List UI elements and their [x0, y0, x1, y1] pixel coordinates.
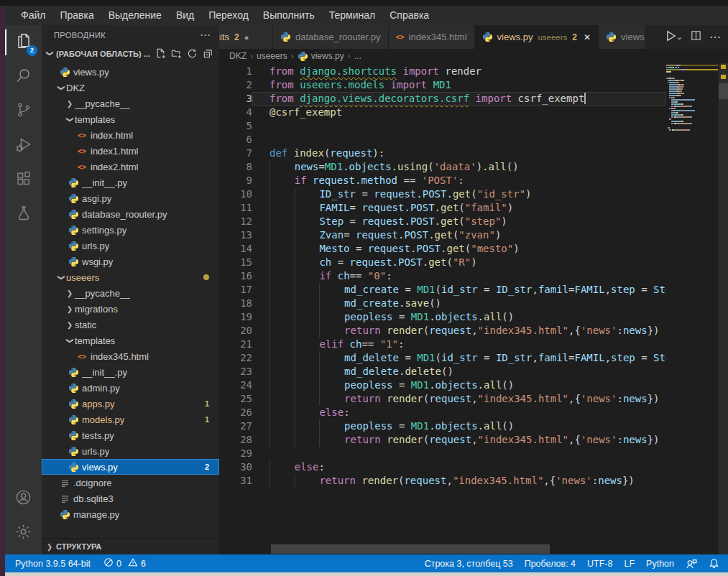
- minimap[interactable]: [666, 65, 719, 544]
- tree-file-index1.html[interactable]: <>index1.html: [42, 143, 219, 159]
- tree-folder-useeers[interactable]: ❯useeers: [42, 269, 219, 285]
- tab-index345.html[interactable]: <>index345.html: [389, 25, 475, 49]
- menu-item-Справка[interactable]: Справка: [382, 6, 436, 25]
- menu-item-Выполнить[interactable]: Выполнить: [256, 6, 322, 25]
- menu-item-Вид[interactable]: Вид: [169, 6, 201, 25]
- collapse-all-icon[interactable]: [203, 48, 213, 59]
- eol-status[interactable]: LF: [624, 559, 635, 569]
- code-line-11[interactable]: 11FAMIL= request.POST.get("famil"): [219, 201, 666, 215]
- tree-folder-migrations[interactable]: ❯migrations: [42, 301, 219, 317]
- code-line-13[interactable]: 13Zvan= request.POST.get("zvan"): [219, 228, 666, 242]
- problems-status[interactable]: 0 6: [103, 557, 146, 570]
- tree-file-db.sqlite3[interactable]: db.sqlite3: [42, 491, 219, 506]
- code-line-19[interactable]: 19peopless = MD1.objects.all(): [219, 310, 666, 324]
- settings-activity-button[interactable]: [5, 516, 42, 550]
- language-mode-status[interactable]: Python: [646, 559, 674, 569]
- code-line-4[interactable]: 4@csrf_exempt: [219, 106, 666, 119]
- code-line-20[interactable]: 20return render(request,"index345.html",…: [219, 324, 666, 338]
- source-control-activity-button[interactable]: [5, 94, 42, 129]
- tree-file-index345.html[interactable]: <>index345.html: [42, 348, 219, 364]
- outline-section-header[interactable]: ❯ СТРУКТУРА: [42, 538, 219, 554]
- search-activity-button[interactable]: [5, 60, 42, 94]
- code-line-27[interactable]: 27peopless = MD1.objects.all(): [219, 419, 666, 433]
- tab-diiits[interactable]: diiits2●: [219, 25, 273, 49]
- menu-item-Выделение[interactable]: Выделение: [101, 6, 169, 25]
- run-button[interactable]: ⌄: [663, 29, 683, 46]
- code-line-1[interactable]: 1from django.shortcuts import render: [219, 65, 666, 78]
- testing-activity-button[interactable]: [5, 198, 42, 232]
- code-line-14[interactable]: 14Mesto = request.POST.get("mesto"): [219, 242, 666, 256]
- code-line-7[interactable]: 7def index(request):: [219, 147, 666, 160]
- tree-file-__init__.py[interactable]: __init__.py: [42, 175, 219, 190]
- menu-item-Терминал[interactable]: Терминал: [322, 6, 382, 25]
- code-line-15[interactable]: 15ch = request.POST.get("R"): [219, 256, 666, 269]
- workspace-section-header[interactable]: ❯ (РАБОЧАЯ ОБЛАСТЬ) ...: [42, 45, 219, 62]
- breadcrumb-item-...[interactable]: ...: [354, 51, 361, 61]
- split-editor-button[interactable]: [690, 29, 702, 45]
- cursor-position-status[interactable]: Строка 3, столбец 53: [425, 559, 513, 569]
- tree-folder-__pycache__[interactable]: ❯__pycache__: [42, 285, 219, 301]
- code-line-28[interactable]: 28return render(request,"index345.html",…: [219, 433, 666, 447]
- tree-folder-templates[interactable]: ❯templates: [42, 111, 219, 127]
- code-line-5[interactable]: 5: [219, 119, 666, 133]
- indentation-status[interactable]: Пробелов: 4: [525, 559, 576, 569]
- tree-file-apps.py[interactable]: apps.py1: [42, 396, 219, 412]
- new-folder-icon[interactable]: [171, 48, 182, 59]
- tab-views.py[interactable]: views.pyuseeers2✕: [475, 25, 599, 49]
- code-line-16[interactable]: 16if ch== "0":: [219, 269, 666, 283]
- code-line-10[interactable]: 10ID_str = request.POST.get("id_str"): [219, 187, 666, 201]
- code-line-12[interactable]: 12Step = request.POST.get("step"): [219, 215, 666, 228]
- code-line-23[interactable]: 23md_delete.delete(): [219, 365, 666, 378]
- tree-folder-DKZ[interactable]: ❯DKZ: [42, 80, 219, 96]
- tree-folder-static[interactable]: ❯static: [42, 317, 219, 333]
- tree-file-wsgi.py[interactable]: wsgi.py: [42, 254, 219, 269]
- code-line-24[interactable]: 24peopless = MD1.objects.all(): [219, 378, 666, 392]
- explorer-more-actions-icon[interactable]: ⋯: [200, 29, 211, 42]
- menu-item-Файл[interactable]: Файл: [14, 6, 52, 25]
- extensions-activity-button[interactable]: [5, 163, 42, 198]
- code-line-26[interactable]: 26else:: [219, 406, 666, 419]
- tree-file-manage.py[interactable]: manage.py: [42, 506, 219, 522]
- tree-file-settings.py[interactable]: settings.py: [42, 222, 219, 238]
- code-line-2[interactable]: 2from useeers.models import MD1: [219, 78, 666, 92]
- code-line-17[interactable]: 17md_create = MD1(id_str = ID_str,famil=…: [219, 283, 666, 297]
- tree-file-database_roouter.py[interactable]: database_roouter.py: [42, 206, 219, 222]
- tree-file-tests.py[interactable]: tests.py: [42, 427, 219, 443]
- refresh-icon[interactable]: [187, 48, 198, 59]
- tree-file-index2.html[interactable]: <>index2.html: [42, 159, 219, 175]
- python-interpreter-status[interactable]: Python 3.9.5 64-bit: [15, 559, 91, 569]
- tree-file-urls.py[interactable]: urls.py: [42, 443, 219, 459]
- code-line-22[interactable]: 22md_delete = MD1(id_str = ID_str,famil=…: [219, 351, 666, 365]
- horizontal-scrollbar-thumb[interactable]: [271, 544, 550, 554]
- code-line-25[interactable]: 25return render(request,"index345.html",…: [219, 392, 666, 406]
- tree-file-admin.py[interactable]: admin.py: [42, 380, 219, 396]
- tree-file-urls.py[interactable]: urls.py: [42, 238, 219, 254]
- code-line-29[interactable]: 29: [219, 447, 666, 460]
- code-line-30[interactable]: 30else:: [219, 460, 666, 474]
- breadcrumb-item-views.py[interactable]: views.py: [298, 51, 344, 62]
- tree-file-views.py[interactable]: views.py2: [42, 459, 219, 475]
- tree-file-__init__.py[interactable]: __init__.py: [42, 364, 219, 380]
- code-line-18[interactable]: 18md_create.save(): [219, 297, 666, 310]
- more-actions-button[interactable]: ⋯: [709, 30, 721, 44]
- run-debug-activity-button[interactable]: [5, 129, 42, 163]
- notifications-bell-icon[interactable]: [709, 558, 719, 569]
- new-file-icon[interactable]: [155, 48, 166, 59]
- explorer-activity-button[interactable]: 2: [5, 25, 42, 60]
- code-line-8[interactable]: 8news=MD1.objects.using('daata').all(): [219, 160, 666, 174]
- code-line-3[interactable]: 3from django.views.decorators.csrf impor…: [219, 92, 666, 106]
- tree-file-models.py[interactable]: models.py1: [42, 412, 219, 427]
- code-line-31[interactable]: 31return render(request,"index345.html",…: [219, 474, 666, 488]
- breadcrumb-item-useeers[interactable]: useeers: [257, 51, 287, 61]
- code-line-6[interactable]: 6: [219, 133, 666, 147]
- account-activity-button[interactable]: [5, 481, 42, 516]
- tree-file-asgi.py[interactable]: asgi.py: [42, 190, 219, 206]
- menu-item-Переход[interactable]: Переход: [201, 6, 256, 25]
- menu-item-Правка[interactable]: Правка: [52, 6, 101, 25]
- feedback-icon[interactable]: [686, 558, 697, 570]
- tab-database_roouter.py[interactable]: database_roouter.py: [273, 25, 389, 49]
- breadcrumb-item-DKZ[interactable]: DKZ: [229, 51, 246, 61]
- tree-file-.dcignore[interactable]: .dcignore: [42, 475, 219, 491]
- code-line-9[interactable]: 9if request.method == 'POST':: [219, 174, 666, 187]
- tree-file-views.py[interactable]: views.py: [42, 64, 219, 80]
